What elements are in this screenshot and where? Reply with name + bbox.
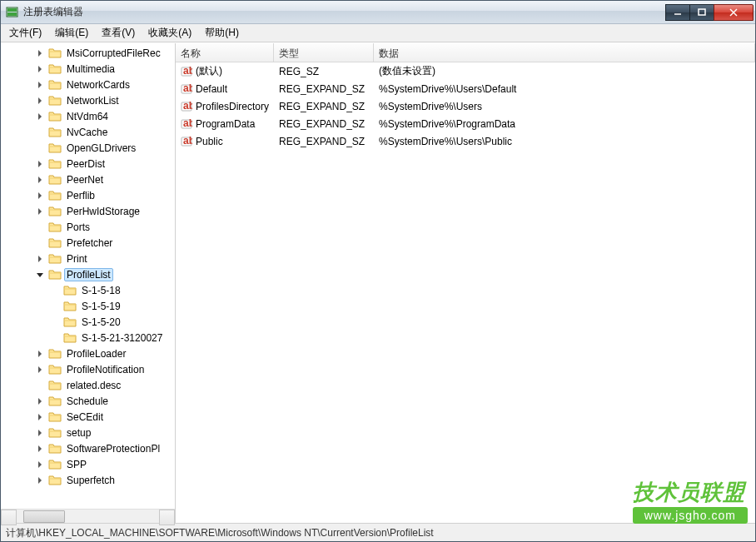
tree-item[interactable]: SoftwareProtectionPl [1, 440, 175, 456]
chevron-right-icon[interactable] [34, 174, 46, 186]
tree-item[interactable]: SPP [1, 456, 175, 472]
folder-icon [63, 285, 77, 296]
tree-item[interactable]: S-1-5-19 [1, 298, 175, 314]
content-area: MsiCorruptedFileRecMultimediaNetworkCard… [1, 42, 755, 523]
expander-none [49, 332, 61, 344]
tree-item[interactable]: Superfetch [1, 472, 175, 488]
maximize-button[interactable] [689, 4, 714, 21]
tree-item[interactable]: Prefetcher [1, 235, 175, 251]
tree-item[interactable]: ProfileLoader [1, 346, 175, 361]
value-type: REG_EXPAND_SZ [274, 118, 374, 130]
svg-text:ab: ab [183, 66, 192, 77]
tree-item[interactable]: OpenGLDrivers [1, 140, 175, 156]
chevron-right-icon[interactable] [34, 411, 46, 423]
chevron-right-icon[interactable] [34, 111, 46, 122]
tree-item[interactable]: Ports [1, 219, 175, 235]
tree-item[interactable]: Multimedia [1, 61, 175, 77]
folder-icon [48, 269, 62, 281]
folder-icon [48, 95, 62, 107]
column-type[interactable]: 类型 [274, 43, 374, 62]
tree-item[interactable]: PeerNet [1, 172, 175, 187]
tree-label: SeCEdit [64, 410, 106, 424]
tree-item[interactable]: MsiCorruptedFileRec [1, 45, 175, 61]
chevron-right-icon[interactable] [34, 443, 46, 455]
folder-icon [63, 332, 77, 344]
folder-icon [48, 63, 62, 75]
tree-label: PeerNet [64, 173, 106, 186]
tree-h-scrollbar[interactable] [1, 509, 175, 523]
list-row[interactable]: abProgramDataREG_EXPAND_SZ%SystemDrive%\… [176, 115, 755, 132]
list-row[interactable]: abProfilesDirectoryREG_EXPAND_SZ%SystemD… [176, 97, 755, 115]
chevron-right-icon[interactable] [34, 459, 46, 470]
chevron-right-icon[interactable] [34, 395, 46, 407]
folder-icon [48, 47, 62, 59]
chevron-right-icon[interactable] [34, 158, 46, 170]
svg-rect-1 [7, 12, 17, 16]
column-name[interactable]: 名称 [176, 43, 274, 62]
tree-item[interactable]: setup [1, 425, 175, 440]
reg-string-icon: ab [181, 66, 192, 77]
folder-icon [63, 316, 77, 328]
tree-scroll[interactable]: MsiCorruptedFileRecMultimediaNetworkCard… [1, 43, 175, 509]
menu-file[interactable]: 文件(F) [2, 23, 48, 42]
chevron-right-icon[interactable] [34, 190, 46, 201]
chevron-right-icon[interactable] [34, 47, 46, 59]
tree-label: MsiCorruptedFileRec [64, 47, 163, 60]
chevron-right-icon[interactable] [34, 253, 46, 265]
tree-label: SoftwareProtectionPl [64, 442, 162, 455]
column-data[interactable]: 数据 [374, 43, 755, 62]
tree-item[interactable]: S-1-5-21-3120027 [1, 330, 175, 346]
chevron-right-icon[interactable] [34, 206, 46, 217]
minimize-button[interactable] [665, 4, 690, 21]
tree-item[interactable]: NetworkCards [1, 77, 175, 92]
folder-icon [48, 475, 62, 486]
tree-item[interactable]: Schedule [1, 393, 175, 409]
chevron-right-icon[interactable] [34, 95, 46, 107]
list-panel: 名称 类型 数据 ab(默认)REG_SZ(数值未设置)abDefaultREG… [176, 43, 755, 523]
chevron-right-icon[interactable] [34, 427, 46, 439]
list-row[interactable]: abDefaultREG_EXPAND_SZ%SystemDrive%\User… [176, 80, 755, 97]
menu-view[interactable]: 查看(V) [95, 23, 142, 42]
list-row[interactable]: abPublicREG_EXPAND_SZ%SystemDrive%\Users… [176, 132, 755, 150]
tree-item[interactable]: SeCEdit [1, 409, 175, 425]
close-button[interactable] [714, 4, 754, 21]
tree-label: OpenGLDrivers [64, 142, 138, 155]
tree-item[interactable]: S-1-5-18 [1, 282, 175, 298]
tree-item[interactable]: ProfileNotification [1, 361, 175, 377]
tree-item[interactable]: related.desc [1, 377, 175, 393]
chevron-right-icon[interactable] [34, 79, 46, 91]
expander-none [34, 127, 46, 138]
scrollbar-thumb[interactable] [23, 510, 65, 523]
chevron-right-icon[interactable] [34, 63, 46, 75]
tree-item[interactable]: ProfileList [1, 266, 175, 282]
list-body[interactable]: ab(默认)REG_SZ(数值未设置)abDefaultREG_EXPAND_S… [176, 62, 755, 523]
value-name: (默认) [196, 64, 222, 78]
expander-none [49, 285, 61, 296]
tree-item[interactable]: Print [1, 251, 175, 266]
chevron-right-icon[interactable] [34, 475, 46, 486]
menu-help[interactable]: 帮助(H) [198, 23, 246, 42]
expander-none [34, 380, 46, 391]
tree-item[interactable]: PerHwIdStorage [1, 203, 175, 219]
tree-label: related.desc [64, 379, 123, 392]
tree-item[interactable]: NetworkList [1, 92, 175, 108]
tree-label: Multimedia [64, 62, 117, 76]
menu-favorites[interactable]: 收藏夹(A) [142, 23, 198, 42]
tree-item[interactable]: Perflib [1, 187, 175, 203]
tree-label: S-1-5-20 [79, 316, 123, 329]
tree-item[interactable]: NvCache [1, 124, 175, 140]
value-name: ProfilesDirectory [196, 101, 269, 112]
folder-icon [48, 127, 62, 138]
tree-item[interactable]: PeerDist [1, 156, 175, 172]
list-row[interactable]: ab(默认)REG_SZ(数值未设置) [176, 62, 755, 80]
chevron-right-icon[interactable] [34, 364, 46, 375]
menu-edit[interactable]: 编辑(E) [48, 23, 95, 42]
expander-none [34, 142, 46, 154]
titlebar[interactable]: 注册表编辑器 [1, 1, 755, 24]
chevron-right-icon[interactable] [34, 348, 46, 360]
reg-string-icon: ab [181, 118, 192, 130]
tree-item[interactable]: S-1-5-20 [1, 314, 175, 330]
tree-label: PeerDist [64, 157, 107, 171]
tree-item[interactable]: NtVdm64 [1, 108, 175, 124]
chevron-down-icon[interactable] [34, 269, 46, 281]
